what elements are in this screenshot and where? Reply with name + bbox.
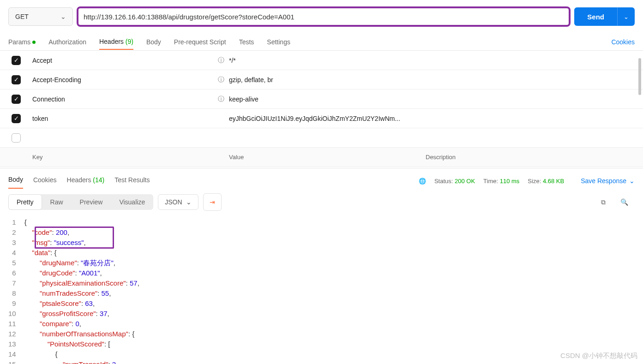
headers-table: ✓ Acceptⓘ */* ✓ Accept-Encodingⓘ gzip, d… xyxy=(0,51,643,167)
header-key[interactable]: token xyxy=(32,115,48,122)
scrollbar-thumb[interactable] xyxy=(638,58,641,95)
resp-tab-body[interactable]: Body xyxy=(8,173,23,189)
params-dot-icon xyxy=(32,41,36,44)
copy-icon[interactable]: ⧉ xyxy=(601,198,606,206)
cookies-link[interactable]: Cookies xyxy=(611,38,635,46)
header-checkbox[interactable]: ✓ xyxy=(12,56,21,65)
response-tabs: Body Cookies Headers (14) Test Results 🌐… xyxy=(0,168,643,189)
response-view-bar: Pretty Raw Preview Visualize JSON ⌄ ⇥ ⧉ … xyxy=(0,189,643,215)
size-label: Size: 4.68 KB xyxy=(528,178,564,185)
header-row: ✓ Connectionⓘ keep-alive xyxy=(0,90,643,109)
info-icon[interactable]: ⓘ xyxy=(218,56,224,65)
http-method-label: GET xyxy=(15,13,29,20)
header-key[interactable]: Accept-Encoding xyxy=(32,76,81,84)
chevron-down-icon: ⌄ xyxy=(186,198,192,206)
chevron-down-icon: ⌄ xyxy=(60,13,66,20)
save-response-button[interactable]: Save Response ⌄ xyxy=(581,177,635,185)
header-checkbox[interactable]: ✓ xyxy=(12,75,21,84)
header-row: ✓ token eyJhbGciOiJIUzI1NiJ9.eyJqdGkiOiJ… xyxy=(0,109,643,128)
tab-params[interactable]: Params xyxy=(8,35,36,49)
http-method-select[interactable]: GET ⌄ xyxy=(8,7,73,26)
status-label: Status: 200 OK xyxy=(434,178,475,185)
header-row: ✓ Acceptⓘ */* xyxy=(0,51,643,70)
view-preview[interactable]: Preview xyxy=(72,194,111,210)
tab-headers[interactable]: Headers (9) xyxy=(99,34,133,50)
header-row: ✓ Accept-Encodingⓘ gzip, deflate, br xyxy=(0,70,643,90)
request-tabs: Params Authorization Headers (9) Body Pr… xyxy=(0,33,643,51)
view-pretty[interactable]: Pretty xyxy=(8,194,42,210)
tab-authorization[interactable]: Authorization xyxy=(48,35,86,49)
search-icon[interactable]: 🔍 xyxy=(620,198,628,206)
response-body[interactable]: 123456789101112131415 { "code": 200, "ms… xyxy=(0,215,643,364)
tab-settings[interactable]: Settings xyxy=(267,35,290,49)
info-icon[interactable]: ⓘ xyxy=(218,76,224,84)
header-checkbox[interactable]: ✓ xyxy=(12,95,21,104)
chevron-down-icon: ⌄ xyxy=(624,13,629,20)
value-column-label: Value xyxy=(229,154,426,161)
header-row-empty xyxy=(0,128,643,148)
vertical-scrollbar[interactable] xyxy=(637,55,643,161)
watermark: CSDN @小钟不想敲代码 xyxy=(560,352,637,360)
line-gutter: 123456789101112131415 xyxy=(8,217,24,364)
info-icon[interactable]: ⓘ xyxy=(218,95,224,103)
request-bar: GET ⌄ Send ⌄ xyxy=(0,0,643,33)
tab-body[interactable]: Body xyxy=(146,35,161,49)
header-value[interactable]: */* xyxy=(229,57,426,64)
send-dropdown-button[interactable]: ⌄ xyxy=(617,7,635,26)
format-select[interactable]: JSON ⌄ xyxy=(158,194,198,210)
header-value[interactable]: keep-alive xyxy=(229,95,426,103)
header-checkbox[interactable]: ✓ xyxy=(12,114,21,123)
view-visualize[interactable]: Visualize xyxy=(111,194,153,210)
resp-tab-testresults[interactable]: Test Results xyxy=(114,173,150,188)
globe-icon[interactable]: 🌐 xyxy=(419,178,426,185)
key-column-label: Key xyxy=(32,154,229,161)
code-content[interactable]: { "code": 200, "msg": "success", "data":… xyxy=(24,217,139,364)
response-status-area: 🌐 Status: 200 OK Time: 110 ms Size: 4.68… xyxy=(419,178,564,185)
resp-tab-headers[interactable]: Headers (14) xyxy=(67,173,105,188)
tab-prerequest[interactable]: Pre-request Script xyxy=(174,35,226,49)
header-key[interactable]: Accept xyxy=(32,57,52,64)
send-button-group: Send ⌄ xyxy=(574,7,635,26)
url-input[interactable] xyxy=(78,7,570,26)
send-button[interactable]: Send xyxy=(574,7,617,26)
view-mode-toggle: Pretty Raw Preview Visualize xyxy=(8,194,153,210)
wrap-lines-button[interactable]: ⇥ xyxy=(203,193,222,211)
resp-tab-cookies[interactable]: Cookies xyxy=(33,173,57,188)
wrap-icon: ⇥ xyxy=(210,198,215,206)
tab-tests[interactable]: Tests xyxy=(239,35,254,49)
header-label-row: Key Value Description xyxy=(0,148,643,167)
header-checkbox[interactable] xyxy=(12,133,21,143)
header-value[interactable]: eyJhbGciOiJIUzI1NiJ9.eyJqdGkiOiJhZmY2ZmU… xyxy=(229,115,426,122)
time-label: Time: 110 ms xyxy=(483,178,519,185)
header-key[interactable]: Connection xyxy=(32,95,65,103)
description-column-label: Description xyxy=(426,154,643,161)
chevron-down-icon: ⌄ xyxy=(629,177,635,185)
header-value[interactable]: gzip, deflate, br xyxy=(229,76,426,84)
view-raw[interactable]: Raw xyxy=(42,194,72,210)
